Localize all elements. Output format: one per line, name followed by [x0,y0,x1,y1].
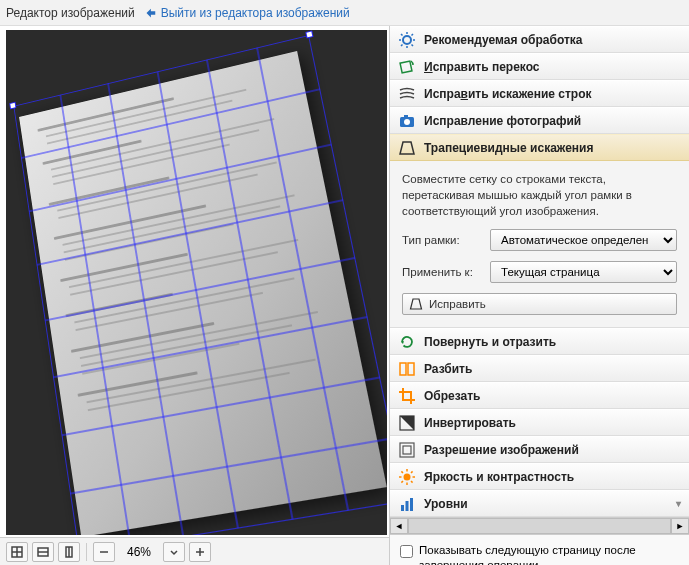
svg-rect-42 [401,505,404,511]
frame-type-select[interactable]: Автоматическое определен [490,229,677,251]
fix-button[interactable]: Исправить [402,293,677,315]
zoom-dropdown-button[interactable] [163,542,185,562]
svg-line-3 [157,71,238,528]
frame-type-label: Тип рамки: [402,234,484,246]
trapezoid-small-icon [409,297,423,311]
camera-icon [398,112,416,130]
svg-point-23 [403,36,411,44]
zoom-level-label: 46% [119,545,159,559]
levels-icon [398,495,416,513]
show-next-page-label: Показывать следующую страницу после заве… [419,543,679,565]
tool-fix-line-distortion-label: Исправить искажение строк [424,87,592,101]
tool-split-label: Разбить [424,362,472,376]
tool-fix-skew-label: Исправить перекос [424,60,540,74]
crop-icon [398,387,416,405]
svg-rect-27 [404,115,408,118]
rotate-icon [398,333,416,351]
svg-point-33 [404,473,411,480]
tool-crop-label: Обрезать [424,389,480,403]
tool-split[interactable]: Разбить [390,355,689,382]
tool-fix-line-distortion[interactable]: Исправить искажение строк [390,80,689,107]
deskew-icon [398,58,416,76]
svg-line-39 [411,481,413,483]
tool-levels-label: Уровни [424,497,468,511]
resolution-icon [398,441,416,459]
brightness-icon [398,468,416,486]
tool-resolution-label: Разрешение изображений [424,443,579,457]
fit-page-button[interactable] [6,542,28,562]
tool-trapezoid-label: Трапециевидные искажения [424,141,593,155]
tools-panel: Рекомендуемая обработка Исправить переко… [389,26,689,565]
view-toolbar: 46% [0,537,389,565]
zoom-in-button[interactable] [189,542,211,562]
show-next-page-checkbox[interactable] [400,545,413,558]
fix-button-label: Исправить [429,298,486,310]
perspective-grid-overlay[interactable] [13,35,387,535]
scroll-left-button[interactable]: ◄ [390,518,408,534]
zoom-out-button[interactable] [93,542,115,562]
apply-to-select[interactable]: Текущая страница [490,261,677,283]
fit-width-button[interactable] [32,542,54,562]
svg-line-2 [108,83,183,535]
trapezoid-icon [398,139,416,157]
svg-line-40 [401,481,403,483]
tool-invert-label: Инвертировать [424,416,516,430]
grid-handle-tr[interactable] [305,30,313,38]
topbar: Редактор изображений Выйти из редактора … [0,0,689,26]
svg-rect-29 [408,363,414,375]
panel-footer: Показывать следующую страницу после заве… [390,535,689,565]
svg-line-38 [401,471,403,473]
svg-line-41 [411,471,413,473]
tool-photo-correction-label: Исправление фотографий [424,114,581,128]
svg-point-26 [404,119,410,125]
grid-lines-icon [13,35,387,535]
tool-recommended-label: Рекомендуемая обработка [424,33,582,47]
svg-rect-24 [400,61,412,73]
svg-line-4 [207,60,293,520]
tool-resolution[interactable]: Разрешение изображений [390,436,689,463]
image-canvas[interactable] [6,30,387,535]
scroll-right-button[interactable]: ► [671,518,689,534]
tool-invert[interactable]: Инвертировать [390,409,689,436]
trapezoid-hint: Совместите сетку со строками текста, пер… [402,171,677,219]
exit-arrow-icon [143,6,157,20]
tool-brightness[interactable]: Яркость и контрастность [390,463,689,490]
svg-rect-0 [13,35,387,535]
svg-rect-28 [400,363,406,375]
chevron-down-icon: ▾ [676,498,681,509]
exit-editor-label: Выйти из редактора изображений [161,6,350,20]
tool-levels[interactable]: Уровни ▾ [390,490,689,517]
panel-h-scrollbar[interactable]: ◄ ► [390,517,689,535]
svg-rect-32 [403,446,411,454]
app-title: Редактор изображений [6,6,135,20]
trapezoid-settings: Совместите сетку со строками текста, пер… [390,161,689,328]
split-icon [398,360,416,378]
tool-recommended[interactable]: Рекомендуемая обработка [390,26,689,53]
tool-rotate-flip[interactable]: Повернуть и отразить [390,328,689,355]
svg-line-5 [257,47,348,510]
tool-crop[interactable]: Обрезать [390,382,689,409]
tool-trapezoid[interactable]: Трапециевидные искажения [390,134,689,161]
exit-editor-link[interactable]: Выйти из редактора изображений [143,6,350,20]
fit-height-button[interactable] [58,542,80,562]
tool-photo-correction[interactable]: Исправление фотографий [390,107,689,134]
tool-rotate-flip-label: Повернуть и отразить [424,335,556,349]
gear-sparkle-icon [398,31,416,49]
tool-brightness-label: Яркость и контрастность [424,470,574,484]
invert-icon [398,414,416,432]
svg-rect-43 [406,501,409,511]
tool-fix-skew[interactable]: Исправить перекос [390,53,689,80]
svg-rect-44 [410,498,413,511]
lines-straighten-icon [398,85,416,103]
scroll-thumb[interactable] [408,518,671,534]
apply-to-label: Применить к: [402,266,484,278]
svg-rect-31 [400,443,414,457]
